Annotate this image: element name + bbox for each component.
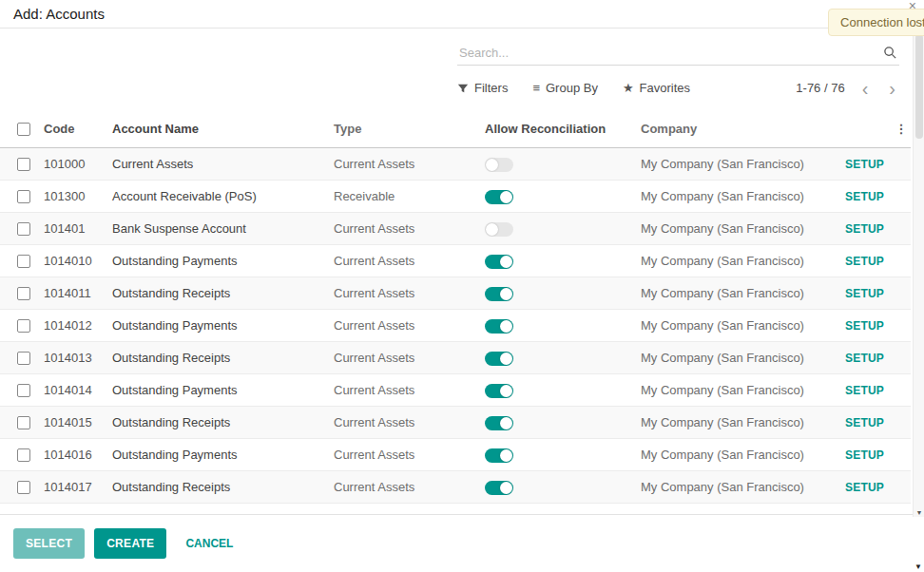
table-row[interactable]: 1014011 Outstanding Receipts Current Ass…	[0, 277, 911, 310]
select-all-checkbox[interactable]	[17, 123, 30, 136]
search-icon[interactable]	[883, 46, 897, 60]
row-checkbox[interactable]	[17, 352, 30, 365]
setup-button[interactable]: SETUP	[845, 158, 884, 171]
setup-button[interactable]: SETUP	[845, 319, 884, 333]
page-scroll-down-icon[interactable]: ▼	[914, 562, 922, 571]
code-cell: 1014011	[38, 286, 106, 300]
account-name-cell: Outstanding Receipts	[106, 286, 328, 300]
toggle-knob	[486, 159, 498, 171]
reconciliation-toggle[interactable]	[485, 287, 513, 301]
filter-icon	[457, 83, 469, 94]
setup-button[interactable]: SETUP	[845, 222, 884, 236]
column-header-type[interactable]: Type	[328, 122, 479, 136]
table-row[interactable]: 1014012 Outstanding Payments Current Ass…	[0, 310, 911, 342]
pager: 1-76 / 76 ‹ ›	[796, 81, 899, 95]
toggle-knob	[500, 385, 512, 397]
row-checkbox[interactable]	[17, 255, 30, 268]
table-row[interactable]: 101401 Bank Suspense Account Current Ass…	[0, 213, 911, 245]
row-checkbox[interactable]	[17, 416, 30, 429]
toggle-knob	[500, 256, 512, 268]
setup-button[interactable]: SETUP	[845, 481, 884, 494]
table-row[interactable]: 101300 Account Receivable (PoS) Receivab…	[0, 181, 911, 213]
filters-button[interactable]: Filters	[457, 81, 508, 95]
table-row[interactable]: 1014013 Outstanding Receipts Current Ass…	[0, 342, 911, 374]
reconciliation-toggle[interactable]	[485, 352, 513, 366]
code-cell: 101401	[38, 221, 106, 236]
code-cell: 101300	[38, 189, 106, 203]
table-scrollbar[interactable]: ▼	[913, 30, 924, 517]
setup-button[interactable]: SETUP	[845, 190, 884, 203]
row-checkbox[interactable]	[17, 384, 30, 397]
company-cell: My Company (San Francisco)	[635, 415, 833, 429]
table-row[interactable]: 1014016 Outstanding Payments Current Ass…	[0, 439, 911, 471]
filter-row: Filters ≡ Group By ★ Favorites 1-76 / 76…	[457, 81, 899, 95]
search-input[interactable]	[457, 41, 899, 66]
code-cell: 1014014	[38, 383, 106, 397]
type-cell: Current Assets	[328, 254, 479, 268]
setup-button[interactable]: SETUP	[845, 255, 884, 268]
row-checkbox[interactable]	[17, 481, 30, 494]
account-name-cell: Outstanding Payments	[106, 254, 328, 268]
add-accounts-dialog: Add: Accounts × Connection lost. Try Fil…	[0, 0, 924, 504]
dialog-title: Add: Accounts	[13, 6, 105, 22]
favorites-star-icon: ★	[623, 81, 634, 95]
table-row[interactable]: 1014017 Outstanding Receipts Current Ass…	[0, 471, 911, 504]
column-header-company[interactable]: Company	[635, 122, 833, 136]
row-checkbox[interactable]	[17, 222, 30, 236]
pager-next-icon[interactable]: ›	[885, 82, 899, 95]
row-checkbox[interactable]	[17, 319, 30, 333]
scroll-down-icon[interactable]: ▼	[914, 509, 924, 516]
favorites-button[interactable]: ★ Favorites	[623, 81, 690, 95]
reconciliation-toggle[interactable]	[485, 481, 513, 495]
setup-button[interactable]: SETUP	[845, 416, 884, 429]
table-row[interactable]: 101000 Current Assets Current Assets My …	[0, 148, 911, 181]
code-cell: 101000	[38, 157, 106, 171]
type-cell: Current Assets	[328, 286, 479, 300]
create-button[interactable]: CREATE	[94, 528, 166, 559]
column-header-code[interactable]: Code	[38, 122, 106, 136]
type-cell: Current Assets	[328, 448, 479, 462]
row-checkbox[interactable]	[17, 448, 30, 462]
company-cell: My Company (San Francisco)	[635, 254, 833, 268]
account-name-cell: Outstanding Receipts	[106, 480, 328, 494]
column-header-account-name[interactable]: Account Name	[106, 122, 328, 136]
reconciliation-toggle[interactable]	[485, 384, 513, 398]
company-cell: My Company (San Francisco)	[635, 157, 833, 171]
row-checkbox[interactable]	[17, 190, 30, 203]
account-name-cell: Outstanding Payments	[106, 448, 328, 462]
row-checkbox[interactable]	[17, 158, 30, 171]
reconciliation-toggle[interactable]	[485, 222, 513, 237]
select-button[interactable]: SELECT	[13, 528, 85, 559]
filter-controls: Filters ≡ Group By ★ Favorites	[457, 81, 690, 95]
type-cell: Current Assets	[328, 351, 479, 365]
table-row[interactable]: 1014014 Outstanding Payments Current Ass…	[0, 374, 911, 407]
pager-previous-icon[interactable]: ‹	[858, 82, 873, 95]
setup-button[interactable]: SETUP	[845, 352, 884, 365]
reconciliation-toggle[interactable]	[485, 319, 513, 334]
cancel-button[interactable]: CANCEL	[176, 528, 242, 559]
code-cell: 1014015	[38, 415, 106, 429]
table-row[interactable]: 1014010 Outstanding Payments Current Ass…	[0, 245, 911, 277]
company-cell: My Company (San Francisco)	[635, 221, 833, 236]
column-options-icon[interactable]: ⋮	[886, 122, 911, 136]
group-by-button[interactable]: ≡ Group By	[532, 81, 598, 95]
setup-button[interactable]: SETUP	[845, 448, 884, 462]
reconciliation-toggle[interactable]	[485, 416, 513, 430]
dialog-footer: SELECT CREATE CANCEL	[0, 514, 924, 572]
reconciliation-toggle[interactable]	[485, 190, 513, 204]
reconciliation-toggle[interactable]	[485, 255, 513, 269]
setup-button[interactable]: SETUP	[845, 384, 884, 397]
company-cell: My Company (San Francisco)	[635, 189, 833, 203]
column-header-allow-reconciliation[interactable]: Allow Reconciliation	[479, 122, 635, 136]
reconciliation-toggle[interactable]	[485, 448, 513, 463]
account-name-cell: Bank Suspense Account	[106, 221, 328, 236]
row-checkbox[interactable]	[17, 287, 30, 300]
setup-button[interactable]: SETUP	[845, 287, 884, 300]
toggle-knob	[500, 191, 512, 203]
scrollbar-thumb[interactable]	[915, 34, 923, 139]
company-cell: My Company (San Francisco)	[635, 383, 833, 397]
table-row[interactable]: 1014015 Outstanding Receipts Current Ass…	[0, 407, 911, 439]
type-cell: Receivable	[328, 189, 479, 203]
reconciliation-toggle[interactable]	[485, 158, 513, 172]
type-cell: Current Assets	[328, 480, 479, 494]
